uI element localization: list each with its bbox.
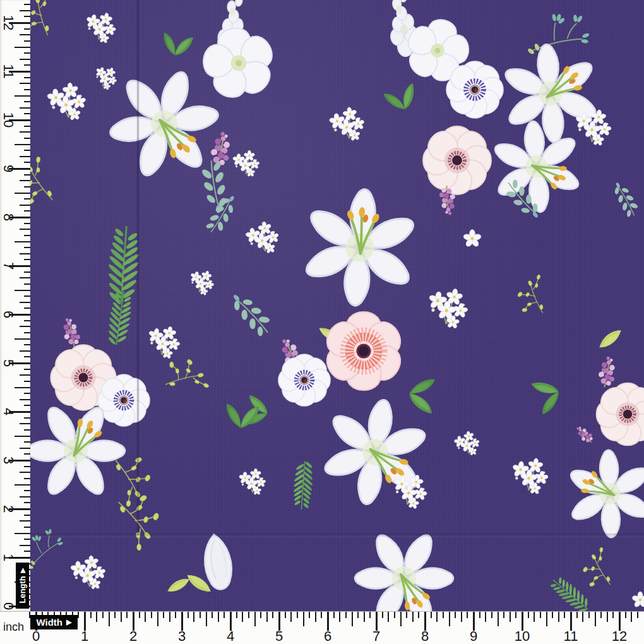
h-tick (600, 612, 602, 618)
h-ruler-number: 12 (607, 628, 632, 644)
v-tick (15, 387, 30, 388)
flower-openflower (194, 21, 285, 109)
v-tick (24, 235, 30, 236)
v-ruler-number: 6 (1, 301, 16, 328)
flower-anemonePurple (278, 354, 331, 407)
pattern-instances (30, 0, 644, 611)
h-tick (90, 612, 92, 618)
v-tick (24, 466, 30, 467)
flower-floretCluster (244, 220, 282, 257)
h-tick (595, 612, 596, 626)
v-tick (20, 229, 30, 230)
v-tick (15, 436, 30, 437)
length-label: Length ▶ (16, 563, 29, 609)
h-tick (528, 612, 529, 618)
h-tick (637, 612, 638, 618)
flower-leafYellow (166, 577, 191, 593)
v-tick (24, 174, 30, 176)
flower-budflower (180, 533, 235, 599)
flower-floretCluster (328, 105, 367, 144)
h-tick (406, 612, 407, 618)
h-tick (102, 612, 104, 618)
v-tick (24, 429, 30, 431)
v-tick (20, 156, 30, 157)
v-tick (24, 77, 30, 78)
v-tick (20, 423, 30, 424)
h-tick (175, 612, 176, 618)
flower-floret (632, 592, 644, 607)
flower-floretCluster (510, 456, 551, 495)
v-ruler-number: 2 (1, 495, 16, 523)
h-tick (290, 612, 292, 622)
v-tick (24, 381, 30, 382)
h-tick (558, 612, 559, 622)
floral-pattern (30, 0, 644, 611)
h-tick (218, 612, 219, 622)
flower-floretCluster (239, 468, 266, 495)
v-tick (24, 405, 30, 406)
vertical-ruler: 0123456789101112 Length ▶ (0, 0, 30, 611)
v-tick (20, 131, 30, 133)
h-tick (631, 612, 632, 622)
v-tick (15, 484, 30, 486)
flower-sprigTeal (526, 3, 595, 70)
h-tick (126, 612, 128, 618)
flower-leafGreen (406, 374, 450, 419)
flower-leafGreen (222, 389, 265, 431)
v-ruler-number: 4 (1, 398, 16, 426)
h-tick (193, 612, 194, 622)
h-tick (169, 612, 170, 622)
v-tick (24, 307, 30, 309)
h-tick (546, 612, 547, 626)
v-tick (24, 259, 30, 260)
h-tick (552, 612, 553, 618)
h-tick (576, 612, 578, 618)
h-tick (515, 612, 516, 618)
h-tick (400, 612, 402, 626)
h-ruler-number: 4 (218, 628, 243, 644)
width-arrow-icon: ▶ (66, 619, 71, 626)
flower-floretCluster (83, 10, 119, 45)
flower-lilac (574, 424, 596, 446)
h-tick (564, 612, 565, 618)
h-tick (461, 612, 462, 622)
h-tick (357, 612, 359, 618)
h-tick (242, 612, 243, 622)
v-tick (20, 350, 30, 352)
v-tick (20, 83, 30, 84)
h-ruler-number: 7 (364, 628, 389, 644)
h-tick (498, 612, 499, 626)
width-label-text: Width (37, 617, 63, 628)
h-tick (625, 612, 626, 618)
v-tick (24, 332, 30, 333)
v-ruler-number: 10 (1, 106, 16, 134)
flower-floret (463, 230, 481, 247)
h-tick (364, 612, 365, 622)
v-tick (24, 490, 30, 491)
h-tick (479, 612, 480, 618)
v-ruler-number: 5 (1, 349, 16, 377)
h-ruler-number: 3 (169, 628, 194, 644)
flower-anemoneBlush (596, 383, 644, 446)
h-ruler-number: 11 (558, 628, 583, 644)
v-tick (20, 34, 30, 35)
h-tick (145, 612, 146, 622)
v-tick (24, 40, 30, 42)
v-tick (20, 253, 30, 254)
flower-anemonePurple (98, 374, 150, 427)
v-tick (24, 441, 30, 443)
h-tick (485, 612, 486, 622)
h-tick (285, 612, 286, 618)
v-tick (24, 28, 30, 30)
h-tick (339, 612, 340, 622)
v-tick (24, 502, 30, 503)
v-tick (24, 417, 30, 419)
flower-sprigYellow (511, 273, 554, 319)
length-arrow-icon: ▶ (20, 568, 26, 573)
h-tick (369, 612, 371, 618)
v-tick (24, 64, 30, 66)
h-tick (510, 612, 511, 622)
flower-fern (291, 460, 314, 510)
h-tick (467, 612, 468, 618)
h-tick (315, 612, 316, 622)
